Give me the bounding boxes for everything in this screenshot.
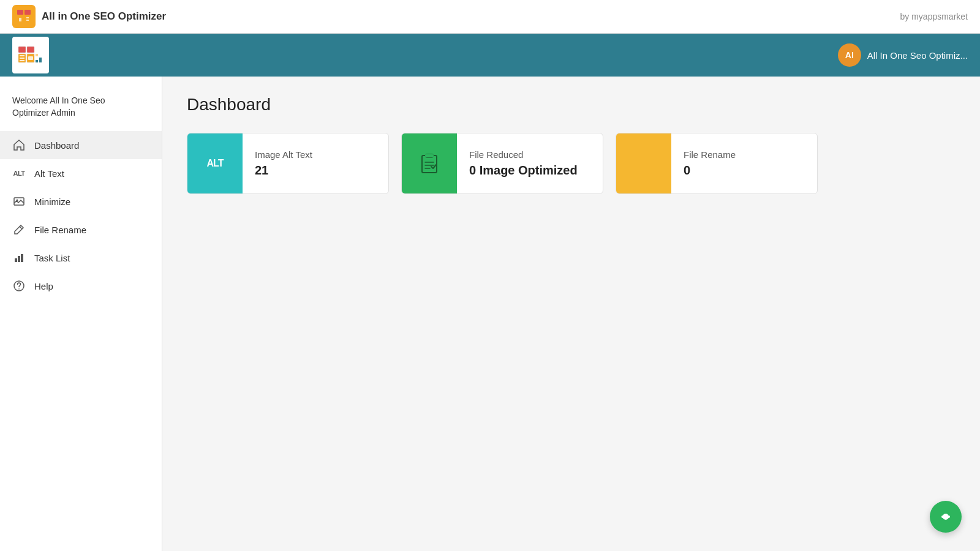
alt-text-icon-label: ALT [207,158,224,169]
sidebar-item-file-rename[interactable]: File Rename [0,216,162,244]
svg-rect-12 [20,58,24,59]
sidebar-label-minimize: Minimize [34,197,70,207]
header-logo [12,37,49,73]
sidebar-item-dashboard[interactable]: Dashboard [0,131,162,159]
alt-text-card-value: 21 [255,163,312,178]
file-rename-card-value: 0 [684,163,736,178]
svg-rect-16 [39,58,42,62]
svg-point-30 [948,515,950,518]
svg-rect-21 [18,256,20,262]
page-title: Dashboard [187,95,956,114]
sidebar-label-help: Help [34,281,53,291]
cards-row: ALT Image Alt Text 21 [187,133,956,194]
svg-rect-17 [36,54,38,56]
svg-rect-22 [21,254,23,262]
top-bar: All in One SEO Optimizer by myappsmarket [0,0,980,34]
svg-rect-11 [20,55,24,56]
alt-text-card-label: Image Alt Text [255,149,312,160]
file-reduced-card-body: File Reduced 0 Image Optimized [457,133,590,193]
alt-icon: ALT [12,167,26,180]
card-file-reduced: File Reduced 0 Image Optimized [401,133,603,194]
image-icon [12,195,26,208]
sidebar-label-dashboard: Dashboard [34,140,79,151]
chat-icon [938,509,953,524]
sidebar-item-task-list[interactable]: Task List [0,244,162,272]
svg-rect-4 [19,18,21,21]
alt-text-card-body: Image Alt Text 21 [243,133,325,193]
sidebar-item-minimize[interactable]: Minimize [0,187,162,216]
app-title: All in One SEO Optimizer [42,10,166,23]
svg-rect-7 [18,47,26,53]
bar-chart-icon [12,251,26,264]
chat-button[interactable] [930,501,962,533]
svg-point-24 [18,288,20,290]
sidebar-label-alt-text: Alt Text [34,168,64,179]
svg-point-29 [941,515,944,518]
file-reduced-card-label: File Reduced [469,149,578,160]
top-bar-left: All in One SEO Optimizer [12,5,166,28]
svg-rect-25 [422,156,437,173]
svg-rect-8 [27,47,34,53]
file-reduced-icon-block [402,133,457,193]
file-reduced-card-value: 0 Image Optimized [469,163,578,178]
by-label: by myappsmarket [900,12,968,21]
sidebar-welcome: Welcome All In One Seo Optimizer Admin [0,89,162,131]
svg-rect-15 [36,60,38,62]
file-rename-card-label: File Rename [684,149,736,160]
pencil-icon [12,223,26,236]
sidebar: Welcome All In One Seo Optimizer Admin D… [0,77,162,551]
user-avatar: AI [838,43,861,67]
question-icon [12,279,26,293]
alt-text-icon-block: ALT [187,133,243,193]
svg-rect-0 [17,10,23,15]
svg-rect-6 [26,20,29,21]
file-rename-icon-block [616,133,671,193]
card-file-rename: File Rename 0 [616,133,818,194]
svg-rect-1 [24,10,31,15]
header-band: AI All In One Seo Optimiz... [0,34,980,77]
sidebar-label-task-list: Task List [34,253,70,263]
user-name: All In One Seo Optimiz... [867,50,968,61]
svg-rect-14 [28,56,33,60]
card-image-alt-text: ALT Image Alt Text 21 [187,133,389,194]
app-icon [12,5,36,28]
svg-rect-20 [15,258,17,262]
header-user: AI All In One Seo Optimiz... [838,43,968,67]
sidebar-item-help[interactable]: Help [0,272,162,300]
main-layout: Welcome All In One Seo Optimizer Admin D… [0,77,980,551]
content-area: Dashboard ALT Image Alt Text 21 [162,77,980,551]
house-icon [12,138,26,152]
svg-rect-5 [26,17,29,18]
sidebar-item-alt-text[interactable]: ALT Alt Text [0,159,162,187]
clipboard-icon [419,153,440,174]
svg-rect-27 [425,154,434,157]
svg-rect-13 [20,60,24,61]
file-rename-card-body: File Rename 0 [671,133,748,193]
sidebar-label-file-rename: File Rename [34,225,86,235]
